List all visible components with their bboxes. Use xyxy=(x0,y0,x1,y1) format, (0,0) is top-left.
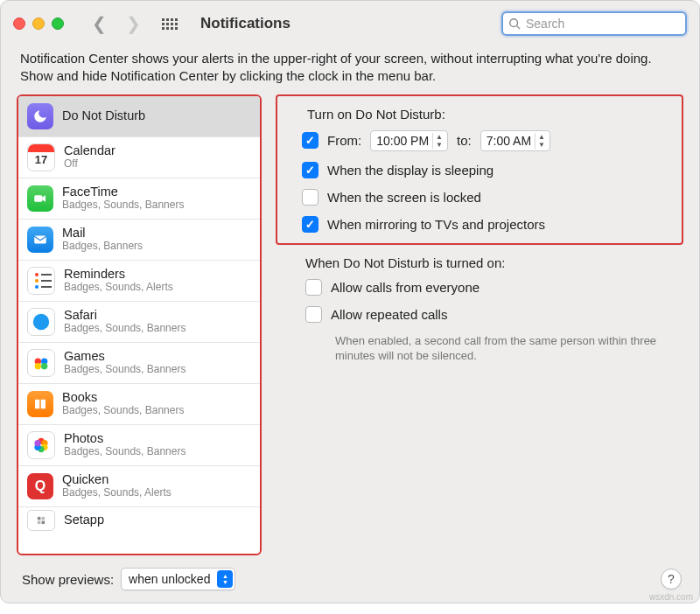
svg-rect-15 xyxy=(38,516,41,520)
opt-label: Allow calls from everyone xyxy=(331,280,480,295)
window-controls xyxy=(13,17,64,30)
from-time-value: 10:00 PM xyxy=(376,134,429,148)
checkbox-screen-locked[interactable] xyxy=(302,189,318,206)
app-list: Do Not Disturb 17 CalendarOff FaceTimeBa… xyxy=(17,94,262,556)
from-time-field[interactable]: 10:00 PM ▲▼ xyxy=(370,130,448,151)
app-name: Do Not Disturb xyxy=(62,108,145,123)
sidebar-item-photos[interactable]: PhotosBadges, Sounds, Banners xyxy=(18,425,260,466)
zoom-window-button[interactable] xyxy=(52,17,64,30)
footer: Show previews: when unlocked ▲▼ ? xyxy=(1,561,699,603)
dnd-opt-display-sleeping: When the display is sleeping xyxy=(302,162,669,178)
photos-icon xyxy=(27,431,55,459)
app-name: Games xyxy=(64,349,186,364)
dnd-from-to-row: From: 10:00 PM ▲▼ to: 7:00 AM ▲▼ xyxy=(302,130,669,151)
sidebar-item-do-not-disturb[interactable]: Do Not Disturb xyxy=(18,96,260,137)
app-name: Setapp xyxy=(64,513,104,527)
app-sub: Badges, Sounds, Banners xyxy=(64,364,186,376)
books-icon xyxy=(27,391,53,417)
svg-point-4 xyxy=(33,313,49,329)
from-checkbox[interactable] xyxy=(302,132,318,149)
checkbox-display-sleeping[interactable] xyxy=(302,162,318,178)
to-label: to: xyxy=(457,133,472,148)
sidebar-item-setapp[interactable]: Setapp xyxy=(18,507,260,534)
svg-rect-3 xyxy=(34,235,46,243)
dnd-opt-screen-locked: When the screen is locked xyxy=(302,189,669,206)
svg-rect-2 xyxy=(34,195,42,202)
moon-icon xyxy=(27,103,53,129)
search-field[interactable] xyxy=(501,11,687,36)
show-previews-label: Show previews: xyxy=(22,572,114,587)
app-sub: Badges, Banners xyxy=(62,241,143,253)
show-all-button[interactable] xyxy=(162,18,178,30)
sidebar-item-facetime[interactable]: FaceTimeBadges, Sounds, Banners xyxy=(18,178,260,220)
app-name: Books xyxy=(62,390,184,405)
help-button[interactable]: ? xyxy=(661,569,682,590)
svg-point-8 xyxy=(41,363,47,369)
detail-pane: Turn on Do Not Disturb: From: 10:00 PM ▲… xyxy=(276,94,683,556)
close-window-button[interactable] xyxy=(13,17,25,30)
show-previews-select[interactable]: when unlocked ▲▼ xyxy=(121,568,235,590)
opt-allow-everyone: Allow calls from everyone xyxy=(305,279,683,296)
search-input[interactable] xyxy=(524,16,680,31)
checkbox-allow-everyone[interactable] xyxy=(305,279,322,296)
sidebar-item-mail[interactable]: MailBadges, Banners xyxy=(18,220,260,261)
svg-point-0 xyxy=(510,19,518,27)
svg-point-7 xyxy=(35,363,41,369)
nav-buttons: ❮ ❯ xyxy=(92,13,141,34)
app-sub: Badges, Sounds, Banners xyxy=(62,199,184,212)
games-icon xyxy=(27,349,55,377)
safari-icon xyxy=(27,308,55,336)
opt-label: When the screen is locked xyxy=(327,190,481,205)
opt-allow-repeated: Allow repeated calls xyxy=(305,306,683,323)
svg-rect-18 xyxy=(42,520,46,524)
calendar-icon: 17 xyxy=(27,143,55,171)
opt-label: When the display is sleeping xyxy=(327,163,494,178)
toolbar: ❮ ❯ Notifications xyxy=(1,1,699,46)
reminders-icon xyxy=(27,267,55,295)
dnd-opt-mirroring: When mirroring to TVs and projectors xyxy=(302,216,669,233)
back-button[interactable]: ❮ xyxy=(92,13,107,34)
sidebar-item-calendar[interactable]: 17 CalendarOff xyxy=(18,137,260,178)
when-on-group: When Do Not Disturb is turned on: Allow … xyxy=(276,255,683,364)
app-name: Calendar xyxy=(64,143,116,158)
checkbox-mirroring[interactable] xyxy=(302,216,318,233)
quicken-icon: Q xyxy=(27,473,53,499)
svg-rect-17 xyxy=(38,520,41,524)
sidebar-item-books[interactable]: BooksBadges, Sounds, Banners xyxy=(18,384,260,425)
app-sub: Badges, Sounds, Alerts xyxy=(62,487,172,499)
facetime-icon xyxy=(27,185,53,212)
sidebar-item-reminders[interactable]: RemindersBadges, Sounds, Alerts xyxy=(18,261,260,302)
svg-line-1 xyxy=(517,26,521,30)
svg-point-14 xyxy=(34,440,40,446)
to-time-field[interactable]: 7:00 AM ▲▼ xyxy=(480,130,550,151)
app-name: Mail xyxy=(62,226,143,241)
to-stepper[interactable]: ▲▼ xyxy=(535,133,548,149)
search-icon xyxy=(508,17,521,30)
app-sub: Badges, Sounds, Banners xyxy=(62,405,184,417)
checkbox-allow-repeated[interactable] xyxy=(305,306,322,323)
sidebar-item-games[interactable]: GamesBadges, Sounds, Banners xyxy=(18,343,260,384)
setapp-icon xyxy=(27,510,55,531)
watermark: wsxdn.com xyxy=(649,592,693,602)
app-name: Safari xyxy=(64,308,186,323)
main-area: Do Not Disturb 17 CalendarOff FaceTimeBa… xyxy=(1,94,699,562)
show-previews-value: when unlocked xyxy=(129,572,210,586)
app-sub: Badges, Sounds, Banners xyxy=(64,323,186,335)
chevron-updown-icon: ▲▼ xyxy=(217,570,233,588)
from-stepper[interactable]: ▲▼ xyxy=(432,133,445,149)
dnd-schedule-group: Turn on Do Not Disturb: From: 10:00 PM ▲… xyxy=(276,94,683,245)
opt-label: Allow repeated calls xyxy=(331,307,447,322)
preferences-window: ❮ ❯ Notifications Notification Center sh… xyxy=(0,0,700,604)
app-name: Quicken xyxy=(62,472,172,487)
app-name: FaceTime xyxy=(62,185,184,199)
svg-rect-16 xyxy=(42,516,46,520)
window-title: Notifications xyxy=(200,15,290,32)
opt-label: When mirroring to TVs and projectors xyxy=(327,217,545,232)
sidebar-item-quicken[interactable]: Q QuickenBadges, Sounds, Alerts xyxy=(18,466,260,507)
minimize-window-button[interactable] xyxy=(32,17,45,30)
when-on-heading: When Do Not Disturb is turned on: xyxy=(305,255,683,270)
app-name: Reminders xyxy=(64,267,173,282)
sidebar-item-safari[interactable]: SafariBadges, Sounds, Banners xyxy=(18,302,260,343)
dnd-heading: Turn on Do Not Disturb: xyxy=(307,107,669,122)
forward-button[interactable]: ❯ xyxy=(126,13,141,34)
